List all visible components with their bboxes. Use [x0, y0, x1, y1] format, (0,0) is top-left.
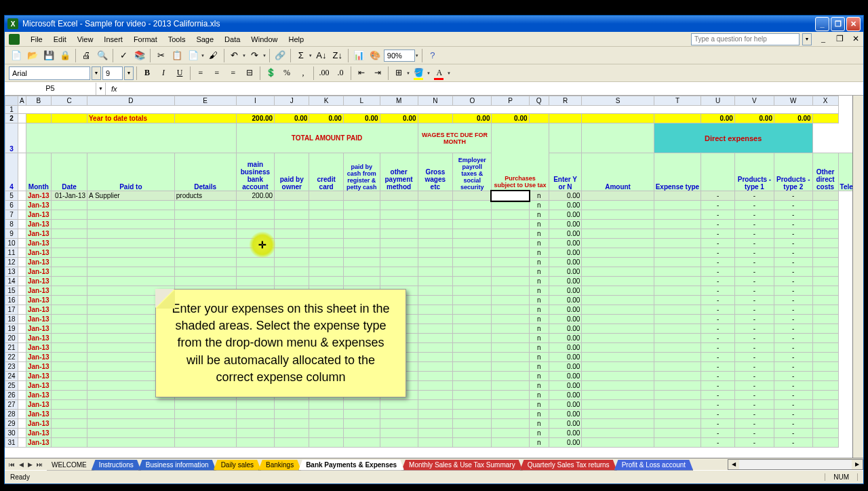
cell[interactable]: - — [701, 239, 735, 248]
cell[interactable]: n — [529, 248, 549, 258]
row-header[interactable]: 28 — [5, 410, 18, 419]
cell[interactable]: - — [734, 220, 774, 229]
cell[interactable]: - — [774, 372, 812, 381]
cell[interactable]: Jan-13 — [26, 400, 52, 410]
col-header[interactable]: D — [87, 96, 175, 106]
cell[interactable]: - — [701, 353, 735, 362]
scroll-left-icon[interactable]: ◀ — [728, 460, 739, 469]
cell[interactable]: 0.00 — [701, 114, 735, 123]
cell[interactable]: - — [701, 343, 735, 353]
row-header[interactable]: 27 — [5, 400, 18, 410]
minimize-button[interactable]: _ — [815, 17, 829, 31]
selected-cell[interactable] — [492, 191, 529, 201]
cell[interactable]: - — [701, 229, 735, 239]
row-header[interactable]: 9 — [5, 229, 18, 239]
underline-button[interactable]: U — [172, 66, 187, 81]
col-header[interactable]: B — [26, 96, 52, 106]
cell[interactable]: 0.00 — [549, 267, 582, 277]
cell[interactable]: - — [734, 343, 774, 353]
row-header[interactable]: 26 — [5, 391, 18, 400]
cell[interactable]: A Supplier — [87, 191, 175, 201]
cell[interactable]: Jan-13 — [26, 353, 52, 362]
menu-view[interactable]: View — [72, 33, 99, 45]
row-header[interactable]: 14 — [5, 277, 18, 286]
row-header[interactable]: 22 — [5, 353, 18, 362]
cell[interactable]: Jan-13 — [26, 343, 52, 353]
cell[interactable]: - — [734, 400, 774, 410]
cell[interactable]: - — [701, 305, 735, 315]
italic-button[interactable]: I — [156, 66, 171, 81]
menu-insert[interactable]: Insert — [98, 33, 128, 45]
row-header[interactable]: 16 — [5, 296, 18, 305]
cell[interactable]: - — [734, 191, 774, 201]
cell-header[interactable]: credit card — [309, 153, 344, 191]
cell-header[interactable]: other payment method — [380, 153, 418, 191]
col-header[interactable]: K — [309, 96, 344, 106]
doc-restore-button[interactable]: ❐ — [832, 32, 847, 47]
undo-dropdown-icon[interactable]: ▼ — [242, 54, 246, 58]
row-header[interactable]: 6 — [5, 201, 18, 210]
tab-profit[interactable]: Profit & Loss account — [614, 460, 694, 471]
cell[interactable]: n — [529, 438, 549, 448]
cell[interactable]: - — [734, 258, 774, 267]
tab-next-icon[interactable]: ▶ — [26, 461, 34, 468]
sort-asc-icon[interactable]: A↓ — [314, 48, 329, 63]
tab-daily[interactable]: Daily sales — [214, 460, 261, 471]
decrease-indent-icon[interactable]: ⇤ — [354, 66, 369, 81]
restore-button[interactable]: ❐ — [831, 17, 845, 31]
open-icon[interactable]: 📂 — [25, 48, 40, 63]
cell[interactable]: - — [701, 324, 735, 334]
col-header[interactable]: N — [418, 96, 453, 106]
merge-center-icon[interactable]: ⊟ — [242, 66, 257, 81]
tab-last-icon[interactable]: ⏭ — [35, 461, 44, 468]
currency-icon[interactable]: 💲 — [263, 66, 278, 81]
col-header[interactable]: L — [343, 96, 380, 106]
cell[interactable]: Jan-13 — [26, 248, 52, 258]
bold-button[interactable]: B — [140, 66, 155, 81]
cell[interactable]: n — [529, 372, 549, 381]
cell[interactable]: 0.00 — [549, 210, 582, 220]
cell[interactable]: n — [529, 315, 549, 324]
copy-icon[interactable]: 📋 — [170, 48, 184, 63]
tab-welcome[interactable]: WELCOME — [47, 460, 94, 471]
cell[interactable]: - — [701, 201, 735, 210]
menu-format[interactable]: Format — [128, 33, 163, 45]
cell[interactable]: - — [701, 315, 735, 324]
vertical-scrollbar[interactable] — [852, 96, 863, 458]
cell-header[interactable]: Employer payroll taxes & social security — [453, 153, 492, 191]
cell[interactable]: Jan-13 — [26, 381, 52, 391]
col-header[interactable]: U — [701, 96, 735, 106]
cell-header[interactable]: Amount — [582, 153, 654, 191]
cell[interactable]: - — [774, 201, 812, 210]
cell[interactable]: Jan-13 — [26, 267, 52, 277]
cell[interactable]: n — [529, 296, 549, 305]
row-header[interactable]: 2 — [5, 114, 18, 123]
cell[interactable]: Jan-13 — [26, 191, 52, 201]
cell[interactable]: - — [734, 248, 774, 258]
col-header[interactable]: A — [18, 96, 26, 106]
cell[interactable]: 0.00 — [549, 381, 582, 391]
cell[interactable]: - — [734, 201, 774, 210]
cell[interactable]: 0.00 — [549, 391, 582, 400]
cell[interactable]: - — [774, 305, 812, 315]
row-header[interactable]: 19 — [5, 324, 18, 334]
paste-icon[interactable]: 📄 — [186, 48, 201, 63]
increase-decimal-icon[interactable]: .00 — [317, 66, 332, 81]
zoom-input[interactable] — [384, 50, 415, 62]
menu-edit[interactable]: Edit — [48, 33, 72, 45]
cell[interactable]: 0.00 — [549, 438, 582, 448]
help-dropdown-icon[interactable]: ▼ — [802, 33, 812, 45]
row-header[interactable]: 11 — [5, 248, 18, 258]
cell[interactable]: Jan-13 — [26, 419, 52, 429]
cell-header[interactable]: main business bank account — [236, 153, 275, 191]
autosum-icon[interactable]: Σ — [294, 48, 309, 63]
cell[interactable]: n — [529, 334, 549, 343]
cell-header[interactable]: paid by cash from register & petty cash — [343, 153, 380, 191]
cell[interactable]: 0.00 — [549, 258, 582, 267]
row-header[interactable]: 3 — [5, 123, 18, 153]
cell[interactable]: 0.00 — [549, 248, 582, 258]
cell[interactable]: 0.00 — [549, 410, 582, 419]
row-header[interactable]: 20 — [5, 334, 18, 343]
cell[interactable]: 0.00 — [549, 239, 582, 248]
cell[interactable]: 0.00 — [549, 429, 582, 438]
